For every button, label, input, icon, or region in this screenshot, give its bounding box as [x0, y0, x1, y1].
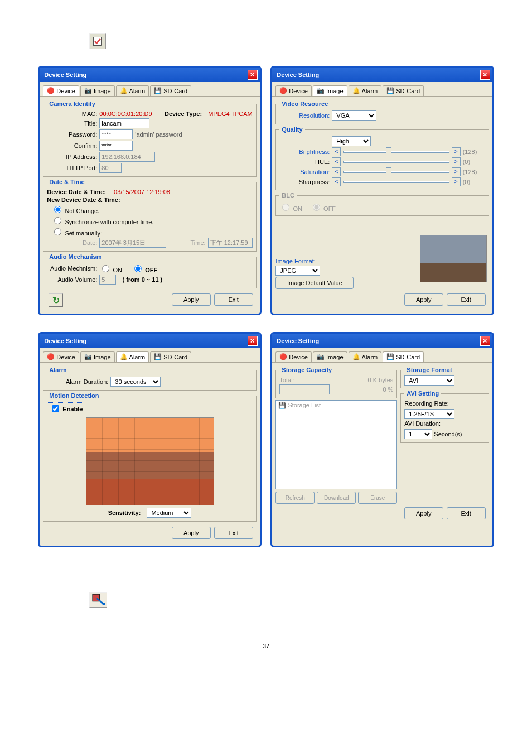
refresh-icon[interactable]: ↻ — [49, 293, 63, 307]
brightness-slider[interactable] — [343, 151, 449, 153]
radio-blc-on: ON — [279, 202, 302, 212]
storage-list[interactable]: 💾 Storage List — [275, 400, 397, 489]
group-date-time: Date & Time — [47, 179, 86, 185]
dec-sharp: < — [332, 177, 341, 186]
tab-device[interactable]: 🔴Device — [275, 351, 312, 362]
total-pct: 0 % — [332, 386, 393, 393]
exit-button[interactable]: Exit — [214, 527, 253, 539]
radio-on[interactable]: ON — [99, 263, 122, 273]
avidur-select[interactable]: 1 — [404, 429, 432, 439]
apply-button[interactable]: Apply — [172, 293, 211, 306]
lbl-imgfmt: Image Format: — [275, 258, 316, 264]
tab-alarm[interactable]: 🔔Alarm — [116, 85, 149, 96]
radio-sync[interactable]: Synchronize with computer time. — [51, 215, 252, 225]
lbl-brightness: Brightness: — [279, 148, 330, 155]
radio-notchange[interactable]: Not Change. — [51, 204, 252, 214]
titlebar[interactable]: Device Setting × — [40, 334, 259, 348]
lbl-avidur: AVI Duration: — [404, 420, 441, 427]
tab-image[interactable]: 📷Image — [313, 85, 347, 96]
res-select[interactable]: VGA — [332, 110, 376, 121]
avidur-unit: Second(s) — [434, 431, 462, 437]
lbl-ip: IP Address: — [47, 153, 97, 160]
title-input[interactable] — [99, 118, 149, 128]
download-button[interactable]: Download — [317, 492, 356, 504]
sharp-slider — [343, 181, 449, 183]
lbl-sharpness: Sharpness: — [279, 179, 330, 185]
radio-blc-off: OFF — [310, 202, 336, 212]
ip-input — [99, 152, 155, 162]
inc-brightness[interactable]: > — [452, 147, 461, 156]
tab-alarm[interactable]: 🔔Alarm — [349, 85, 382, 96]
tab-image[interactable]: 📷Image — [80, 85, 115, 96]
capacity-bar — [279, 384, 330, 394]
exit-button[interactable]: Exit — [214, 293, 253, 306]
refresh-button[interactable]: Refresh — [275, 492, 315, 504]
lbl-hue: HUE: — [279, 158, 330, 165]
sensitivity-select[interactable]: Medium — [147, 508, 191, 518]
imgfmt-select[interactable]: JPEG — [275, 266, 320, 276]
close-icon[interactable]: × — [480, 70, 490, 80]
tab-image[interactable]: 📷Image — [80, 351, 115, 362]
password-note: 'admin' password — [135, 131, 182, 138]
tab-device[interactable]: 🔴Device — [275, 85, 312, 96]
titlebar[interactable]: Device Setting × — [272, 334, 492, 348]
lbl-sensitivity: Sensitivity: — [108, 509, 141, 516]
page-number: 37 — [56, 643, 476, 649]
tab-alarm[interactable]: 🔔Alarm — [349, 351, 382, 362]
group-camera-identify: Camera Identify — [47, 100, 98, 107]
radio-manual[interactable]: Set manually: — [51, 227, 252, 237]
device-setting-alarm: Device Setting × 🔴Device 📷Image 🔔Alarm 💾… — [38, 332, 261, 547]
lbl-audiovol: Audio Volume: — [47, 276, 97, 283]
lbl-password: Password: — [47, 131, 97, 138]
image-default-button[interactable]: Image Default Value — [275, 277, 354, 289]
lbl-port: HTTP Port: — [47, 165, 97, 171]
storfmt-select[interactable]: AVI — [404, 375, 454, 386]
lbl-new-dt: New Device Date & Time: — [47, 196, 120, 203]
tab-sdcard[interactable]: 💾SD-Card — [383, 351, 424, 362]
close-icon[interactable]: × — [248, 336, 258, 346]
apply-button[interactable]: Apply — [172, 527, 211, 539]
dialog-title: Device Setting — [44, 71, 86, 78]
inc-sat[interactable]: > — [452, 167, 461, 176]
titlebar[interactable]: Device Setting × — [272, 68, 492, 82]
exit-button[interactable]: Exit — [447, 507, 486, 519]
inc-sharp: > — [452, 177, 461, 186]
sat-slider[interactable] — [343, 171, 449, 173]
motion-preview[interactable] — [86, 417, 214, 505]
tab-device[interactable]: 🔴Device — [43, 351, 79, 362]
quality-select[interactable]: High — [332, 136, 371, 146]
recrate-select[interactable]: 1.25F/1S — [404, 409, 454, 419]
password-input[interactable] — [99, 129, 133, 139]
lbl-resolution: Resolution: — [279, 112, 330, 119]
group-videores: Video Resource — [279, 100, 330, 107]
apply-button[interactable]: Apply — [404, 293, 443, 306]
tab-alarm[interactable]: 🔔Alarm — [116, 351, 149, 362]
close-icon[interactable]: × — [248, 70, 258, 80]
close-icon[interactable]: × — [480, 336, 490, 346]
device-setting-device: Device Setting × 🔴Device 📷Image 🔔Alarm 💾… — [38, 66, 261, 315]
tab-sdcard[interactable]: 💾SD-Card — [150, 85, 191, 96]
dec-sat[interactable]: < — [332, 167, 341, 176]
radio-off[interactable]: OFF — [132, 263, 157, 273]
lbl-recrate: Recording Rate: — [404, 400, 449, 407]
date-input — [99, 238, 166, 248]
tab-image[interactable]: 📷Image — [313, 351, 347, 362]
confirm-input[interactable] — [99, 141, 133, 151]
device-setting-image: Device Setting × 🔴Device 📷Image 🔔Alarm 💾… — [270, 66, 494, 315]
tab-sdcard[interactable]: 💾SD-Card — [383, 85, 424, 96]
tab-device[interactable]: 🔴Device — [43, 85, 79, 96]
erase-button[interactable]: Erase — [358, 492, 397, 504]
exit-button[interactable]: Exit — [447, 293, 486, 306]
dec-brightness[interactable]: < — [332, 147, 341, 156]
apply-button[interactable]: Apply — [404, 507, 443, 519]
lbl-time: Time: — [191, 239, 206, 246]
tab-sdcard[interactable]: 💾SD-Card — [150, 351, 191, 362]
audio-range: ( from 0 ~ 11 ) — [122, 276, 162, 283]
lbl-audiomech: Audio Mechnism: — [47, 265, 97, 272]
lbl-device-dt: Device Date & Time: — [47, 189, 106, 195]
duration-select[interactable]: 30 seconds — [110, 377, 161, 387]
lbl-date: Date: — [47, 239, 97, 246]
titlebar[interactable]: Device Setting × — [40, 68, 259, 82]
lbl-device-type: Device Type: — [165, 110, 202, 117]
enable-checkbox[interactable]: Enable — [47, 402, 85, 415]
